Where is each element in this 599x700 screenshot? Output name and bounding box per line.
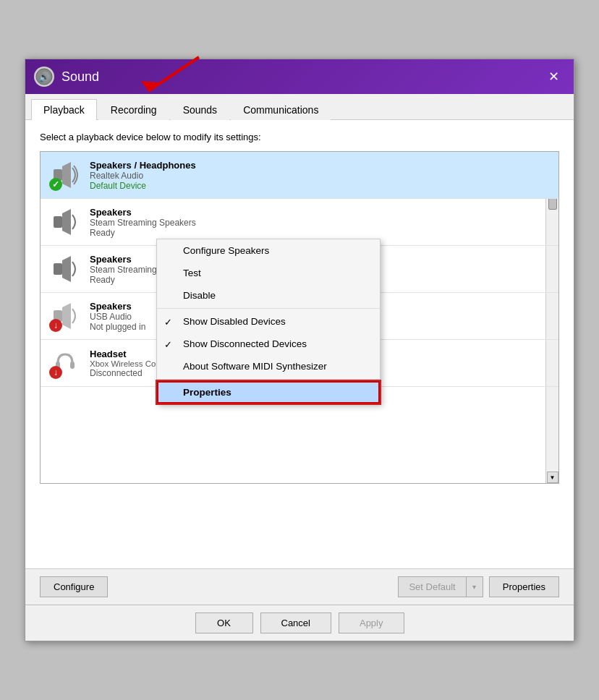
tab-recording[interactable]: Recording: [98, 99, 169, 120]
title-bar: 🔊 Sound ✕: [25, 59, 574, 94]
tab-playback[interactable]: Playback: [31, 99, 97, 120]
close-button[interactable]: ✕: [542, 65, 565, 88]
svg-text:🔊: 🔊: [38, 71, 51, 83]
content-description: Select a playback device below to modify…: [40, 132, 559, 142]
status-badge-down2: ↓: [49, 366, 62, 379]
configure-button[interactable]: Configure: [40, 576, 108, 597]
device-info-2: Speakers Steam Streaming Speakers Ready: [90, 207, 540, 238]
device-sub-1: Realtek Audio: [90, 171, 540, 181]
device-list: ▲ ▼ ✓ Speakers / Hea: [40, 151, 559, 484]
dialog-buttons: OK Cancel Apply: [25, 605, 574, 641]
device-sub-2: Steam Streaming Speakers: [90, 218, 540, 228]
device-icon-2: [49, 206, 81, 238]
ok-button[interactable]: OK: [195, 612, 253, 633]
ctx-test[interactable]: Test: [157, 262, 380, 284]
device-name-1: Speakers / Headphones: [90, 160, 540, 171]
window-icon: 🔊: [34, 67, 54, 87]
check-icon-2: ✓: [164, 338, 172, 349]
cancel-button[interactable]: Cancel: [260, 612, 331, 633]
tab-sounds[interactable]: Sounds: [171, 99, 229, 120]
set-default-group: Set Default ▾: [398, 576, 483, 597]
tab-communications[interactable]: Communications: [231, 99, 331, 120]
scroll-down-button[interactable]: ▼: [547, 471, 558, 483]
device-icon-1: ✓: [49, 159, 81, 191]
ctx-separator-2: [157, 379, 380, 380]
set-default-dropdown[interactable]: ▾: [466, 576, 483, 597]
ctx-show-disconnected[interactable]: ✓ Show Disconnected Devices: [157, 333, 380, 355]
device-icon-3: [49, 253, 81, 285]
status-badge-check: ✓: [49, 178, 62, 191]
set-default-button[interactable]: Set Default: [398, 576, 465, 597]
context-menu: Configure Speakers Test Disable ✓ Show D…: [156, 239, 381, 404]
svg-marker-7: [62, 209, 71, 235]
check-icon-1: ✓: [164, 316, 172, 327]
ctx-configure[interactable]: Configure Speakers: [157, 239, 380, 262]
device-icon-4: ↓: [49, 300, 81, 332]
ctx-about-midi[interactable]: About Software MIDI Synthesizer: [157, 355, 380, 377]
svg-rect-13: [70, 362, 75, 369]
device-status-2: Ready: [90, 228, 540, 238]
window-title: Sound: [61, 69, 542, 85]
bottom-bar: Configure Set Default ▾ Properties: [25, 568, 574, 605]
svg-marker-11: [62, 303, 71, 329]
device-info-1: Speakers / Headphones Realtek Audio Defa…: [90, 160, 540, 191]
ctx-properties[interactable]: Properties: [157, 381, 380, 404]
main-content: Select a playback device below to modify…: [25, 120, 574, 568]
svg-rect-6: [54, 216, 62, 228]
properties-button[interactable]: Properties: [489, 576, 559, 597]
apply-button[interactable]: Apply: [339, 612, 404, 633]
device-icon-5: ↓: [49, 347, 81, 379]
ctx-disable[interactable]: Disable: [157, 284, 380, 307]
svg-marker-5: [62, 162, 71, 188]
svg-rect-8: [54, 263, 62, 275]
list-item[interactable]: ✓ Speakers / Headphones Realtek Audio De…: [41, 152, 558, 199]
tabs-bar: Playback Recording Sounds Communications: [25, 94, 574, 120]
status-badge-down: ↓: [49, 319, 62, 332]
device-status-1: Default Device: [90, 181, 540, 191]
ctx-separator-1: [157, 308, 380, 309]
device-name-2: Speakers: [90, 207, 540, 218]
ctx-show-disabled[interactable]: ✓ Show Disabled Devices: [157, 310, 380, 333]
svg-marker-9: [62, 256, 71, 282]
